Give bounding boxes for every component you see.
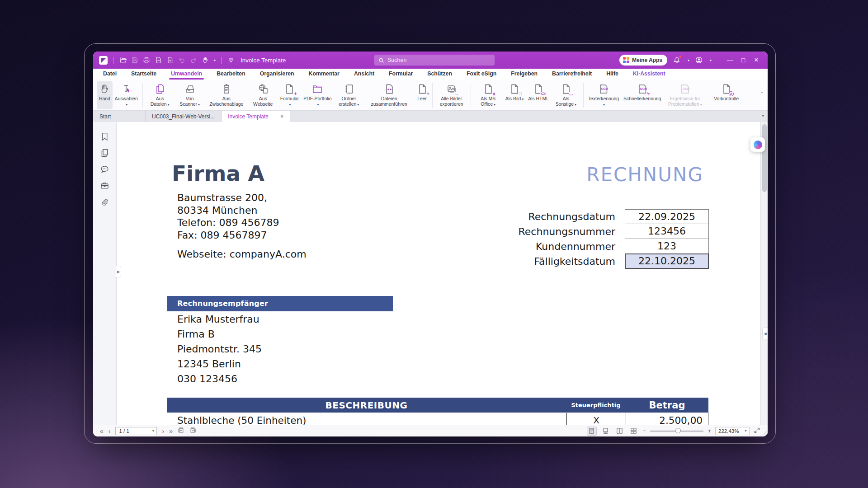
bookmarks-icon[interactable] <box>100 132 109 141</box>
tab-list-chevron-icon[interactable]: ▾ <box>762 113 764 118</box>
attachments-case-icon[interactable] <box>100 181 109 190</box>
tab-start[interactable]: Start <box>93 111 146 122</box>
ribbon-item-alle-bilder-exportieren[interactable]: → Alle Bilder exportieren <box>435 81 468 109</box>
preflight-icon: A <box>721 83 732 95</box>
chevron-down-icon: ▾ <box>522 97 524 101</box>
ribbon-item-texterkennung[interactable]: Texterkennung▾ <box>586 81 621 109</box>
chevron-down-icon[interactable]: ▾ <box>710 58 712 62</box>
notifications-bell-icon[interactable] <box>673 56 681 64</box>
row-amount: 2.500,00 <box>626 415 708 425</box>
ribbon-item-ergebnisse-problemstellen[interactable]: Ergebnisse für Problemstellen▾ <box>663 81 707 109</box>
single-page-view-icon[interactable] <box>587 427 597 436</box>
zoom-out-button[interactable]: − <box>643 427 646 434</box>
menu-schuetzen[interactable]: Schützen <box>420 69 459 80</box>
ribbon-item-formular[interactable]: + Formular▾ <box>278 81 302 109</box>
redo-icon[interactable] <box>189 56 197 64</box>
account-avatar-icon[interactable] <box>695 56 703 64</box>
menu-datei[interactable]: Datei <box>96 69 124 80</box>
ribbon-collapse-icon[interactable]: ⌃ <box>760 91 764 96</box>
zoom-slider[interactable] <box>650 431 703 432</box>
next-page-button[interactable]: › <box>162 427 164 435</box>
open-file-icon[interactable] <box>119 56 127 64</box>
zoom-slider-knob[interactable] <box>675 428 681 433</box>
col-steuerpflichtig: Steuerpflichtig <box>566 402 626 408</box>
menu-freigeben[interactable]: Freigeben <box>504 69 545 80</box>
ribbon-item-als-bild[interactable]: □ Als Bild▾ <box>503 81 526 109</box>
rechnungsdatum-field[interactable]: 22.09.2025 <box>625 209 709 224</box>
ribbon-item-aus-zwischenablage[interactable]: Aus Zwischenablage <box>205 81 248 109</box>
continuous-view-icon[interactable] <box>601 427 611 436</box>
ribbon-item-pdf-portfolio[interactable]: PDF-Portfolio▾ <box>301 81 334 109</box>
ribbon-item-als-html[interactable]: <> Als HTML <box>526 81 551 109</box>
zoom-in-button[interactable]: + <box>708 427 711 434</box>
tab-uc003[interactable]: UC003_Final-Web-Versi... <box>146 111 222 122</box>
right-panel-collapse-arrow[interactable]: ◀ <box>762 328 768 339</box>
chevron-down-icon[interactable]: ▾ <box>214 58 216 62</box>
first-page-button[interactable]: « <box>100 427 104 435</box>
menu-formular[interactable]: Formular <box>382 69 420 80</box>
scrollbar-thumb[interactable] <box>762 124 767 192</box>
divider <box>719 57 719 64</box>
faelligkeitsdatum-field-highlighted[interactable]: 22.10.2025 <box>625 253 709 269</box>
menu-hilfe[interactable]: Hilfe <box>599 69 626 80</box>
tab-invoice-template[interactable]: Invoice Template × <box>222 111 290 122</box>
ribbon-item-auswaehlen[interactable]: Auswählen▾ <box>113 81 140 109</box>
app-window: ◤ ▾ Invoice Template Suchen Meine <box>93 52 768 436</box>
menu-foxit-esign[interactable]: Foxit eSign <box>459 69 504 80</box>
export-page-icon[interactable] <box>154 56 162 64</box>
menu-umwandeln[interactable]: Umwandeln <box>164 69 209 80</box>
close-button[interactable]: × <box>753 56 760 64</box>
search-input[interactable]: Suchen <box>374 55 495 66</box>
close-tab-icon[interactable]: × <box>280 113 283 120</box>
rechnungsnummer-field[interactable]: 123456 <box>625 224 709 239</box>
save-icon[interactable] <box>131 56 138 64</box>
chevron-down-icon[interactable]: ▾ <box>688 58 689 62</box>
select-cursor-icon <box>121 83 132 95</box>
zoom-level-input[interactable]: 222,43% ▼ <box>715 427 750 435</box>
meine-apps-button[interactable]: Meine Apps <box>619 55 667 66</box>
ribbon-item-aus-webseite[interactable]: Aus Webseite <box>248 81 278 109</box>
ribbon-item-hand[interactable]: Hand <box>97 81 113 109</box>
paperclip-icon[interactable] <box>100 197 109 206</box>
ribbon-item-von-scanner[interactable]: Von Scanner▾ <box>175 81 205 109</box>
ribbon-item-als-sonstige[interactable]: … Als Sonstige▾ <box>551 81 581 109</box>
last-page-button[interactable]: » <box>169 427 173 435</box>
minimize-button[interactable]: — <box>726 56 734 64</box>
maximize-button[interactable]: □ <box>740 56 747 64</box>
undo-icon[interactable] <box>178 56 185 64</box>
ribbon-item-aus-dateien[interactable]: Aus Dateien▾ <box>145 81 175 109</box>
page-nav-icon[interactable] <box>227 56 235 64</box>
page-thumbnails-icon[interactable] <box>100 148 109 158</box>
kundennummer-field[interactable]: 123 <box>625 239 709 254</box>
panel-expand-arrow[interactable]: ▶ <box>116 266 121 277</box>
divider <box>142 83 143 108</box>
ribbon-item-schnellerkennung[interactable]: ϟ Schnellerkennung <box>621 81 663 109</box>
menu-startseite[interactable]: Startseite <box>124 69 164 80</box>
print-icon[interactable] <box>142 56 150 64</box>
previous-view-icon[interactable] <box>178 427 184 435</box>
fullscreen-icon[interactable] <box>754 427 760 435</box>
add-page-icon[interactable] <box>166 56 174 64</box>
foxit-logo-icon[interactable]: ◤ <box>99 56 108 65</box>
menu-barrierefreiheit[interactable]: Barrierefreiheit <box>545 69 599 80</box>
menu-bearbeiten[interactable]: Bearbeiten <box>209 69 253 80</box>
previous-page-button[interactable]: ‹ <box>108 427 111 435</box>
ribbon-item-leer[interactable]: + Leer <box>415 81 430 109</box>
ai-assistant-floating-button[interactable] <box>750 137 765 152</box>
facing-continuous-view-icon[interactable] <box>629 427 639 436</box>
hand-tool-icon[interactable] <box>201 56 209 64</box>
menu-kommentar[interactable]: Kommentar <box>302 69 347 80</box>
chevron-down-icon: ▾ <box>603 103 605 107</box>
menu-ki-assistent[interactable]: KI-Assistent <box>626 69 673 80</box>
vertical-scrollbar[interactable] <box>760 122 768 425</box>
comments-icon[interactable] <box>100 164 109 174</box>
ribbon-item-ordner-erstellen[interactable]: Ordner erstellen▾ <box>334 81 364 109</box>
ribbon-item-vorkontrolle[interactable]: A Vorkontrolle <box>712 81 741 109</box>
menu-ansicht[interactable]: Ansicht <box>347 69 382 80</box>
ribbon-item-dateien-zusammenfuehren[interactable]: Dateien zusammenführen <box>364 81 415 109</box>
page-number-input[interactable]: 1 / 1 ▼ <box>115 427 157 435</box>
next-view-icon[interactable] <box>189 427 196 435</box>
facing-view-icon[interactable] <box>615 427 625 436</box>
menu-organisieren[interactable]: Organisieren <box>253 69 302 80</box>
ribbon-item-als-ms-office[interactable]: a Als MS Office▾ <box>473 81 503 109</box>
